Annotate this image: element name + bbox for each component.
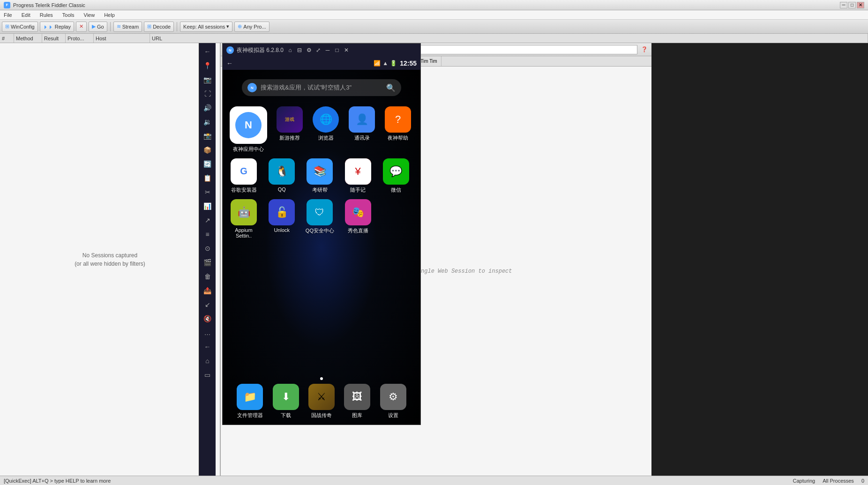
signal-icon: ▲ [382,60,388,67]
nox-title-bar: N 夜神模拟器 6.2.8.0 ⌂ ⊟ ⚙ ⤢ ─ □ ✕ [223,44,420,57]
app-qq[interactable]: 🐧 QQ [265,158,298,194]
nox-tool-vol-up[interactable]: 🔊 [201,101,215,114]
minimize-button[interactable]: ─ [840,2,847,8]
app-xiuse[interactable]: 🎭 秀色直播 [342,199,374,239]
app-google[interactable]: G 谷歌安装器 [227,158,260,194]
nox-search-icon[interactable]: 🔍 [386,83,396,92]
nox-tool-video[interactable]: 🎬 [201,256,215,269]
app-notes[interactable]: ¥ 随手记 [342,158,374,194]
nox-tool-package[interactable]: 📦 [201,143,215,157]
nox-close-button[interactable]: ✕ [343,47,350,53]
nox-tool-location[interactable]: 📍 [201,59,215,72]
any-process-button[interactable]: ⊕ Any Pro... [234,22,269,32]
menu-tools[interactable]: Tools [60,12,76,18]
dock-gallery[interactable]: 🖼 图库 [341,384,374,419]
app-qqsafe[interactable]: 🛡 QQ安全中心 [303,199,336,239]
separator-2 [177,22,177,31]
close-button[interactable]: ✕ [857,2,864,8]
dock-settings[interactable]: ⚙ 设置 [377,384,410,419]
nox-logo-icon: N [226,46,234,54]
nox-min-button[interactable]: ─ [324,47,331,53]
dock-download[interactable]: ⬇ 下载 [269,384,302,419]
app-grid-area: N 夜神应用中心 游戏 新游推荐 [227,106,416,244]
col-host[interactable]: Host [94,34,150,43]
nox-settings-button[interactable]: ⚙ [305,47,313,53]
menu-edit[interactable]: Edit [20,12,32,18]
app-noxhelp[interactable]: ? 夜神帮助 [382,106,414,142]
app-contacts[interactable]: 👤 通讯录 [345,106,378,142]
nox-tool-loading[interactable]: ⊙ [201,242,215,255]
nox-resize-button[interactable]: ⤢ [314,47,322,53]
appium-icon: 🤖 [231,199,257,225]
remove-button[interactable]: ✕ [76,22,87,32]
nox-tool-clipboard[interactable]: 📋 [201,172,215,185]
app-appium[interactable]: 🤖 Appium Settin.. [227,199,260,239]
quickexec-hint: [QuickExec] ALT+Q > type HELP to learn m… [4,478,111,484]
go-button[interactable]: ▶ Go [89,22,107,32]
nox-tool-recents[interactable]: ▭ [201,368,215,381]
app-row-0-right: 游戏 新游推荐 🌐 浏览器 [273,106,416,142]
app-newgame[interactable]: 游戏 新游推荐 [273,106,306,142]
app-browser[interactable]: 🌐 浏览器 [309,106,342,142]
stream-button[interactable]: ≋ Stream [113,22,142,32]
study-icon: 📚 [307,158,333,185]
nox-tool-menu[interactable]: ≡ [201,228,215,241]
maximize-button[interactable]: □ [848,2,856,8]
noxhelp-icon: ? [385,106,411,133]
nox-tool-vol-down[interactable]: 🔉 [201,115,215,128]
menu-view[interactable]: View [82,12,97,18]
nox-tool-screenshot[interactable]: 📷 [201,73,215,86]
nox-search-placeholder: 搜索游戏&应用，试试"时空猎人3" [261,83,382,92]
newgame-icon: 游戏 [277,106,303,133]
col-url[interactable]: URL [150,34,868,43]
col-result[interactable]: Result [42,34,66,43]
nox-tool-chart[interactable]: 📊 [201,200,215,213]
nox-tool-undo[interactable]: ← [201,340,215,353]
keep-sessions-button[interactable]: Keep: All sessions ▾ [180,22,232,32]
fiddler-icon: F [4,2,10,8]
nox-tool-delete[interactable]: 🗑 [201,270,215,283]
app-study[interactable]: 📚 考研帮 [303,158,336,194]
nox-tool-back2[interactable]: ↙ [201,298,215,311]
browser-icon: 🌐 [313,106,339,133]
nox-status-icons: 📶 ▲ 🔋 [374,60,397,67]
dock-files[interactable]: 📁 文件管理器 [233,384,266,419]
nox-tool-upload[interactable]: 📤 [201,284,215,297]
menu-rules[interactable]: Rules [38,12,55,18]
nox-tool-fullscreen[interactable]: ⛶ [201,87,215,100]
menu-help[interactable]: Help [102,12,117,18]
nox-tool-cut[interactable]: ✂ [201,186,215,199]
session-count: 0 [861,478,864,484]
nox-tool-mute[interactable]: 🔇 [201,312,215,325]
winconfig-button[interactable]: ⊞ WinConfig [2,22,38,32]
menu-file[interactable]: File [2,12,14,18]
wifi-icon: 📶 [374,60,381,67]
nox-tool-refresh[interactable]: 🔄 [201,157,215,171]
nox-screen[interactable]: N 搜索游戏&应用，试试"时空猎人3" 🔍 N [223,70,420,425]
app-nox-store[interactable]: N 夜神应用中心 [227,106,269,153]
nox-emulator-container: N 夜神模拟器 6.2.8.0 ⌂ ⊟ ⚙ ⤢ ─ □ ✕ ← [0,43,216,476]
col-method[interactable]: Method [14,34,42,43]
nox-tool-back[interactable]: ← [201,45,215,58]
col-hash[interactable]: # [0,34,14,43]
dock-game[interactable]: ⚔ 国战传奇 [305,384,338,419]
nox-home-button[interactable]: ⌂ [286,47,294,53]
app-unlock[interactable]: 🔓 Unlock [265,199,298,239]
app-row-2: 🤖 Appium Settin.. 🔓 Unlock [227,199,416,239]
decode-button[interactable]: ⊞ Decode [144,22,174,32]
nox-tool-more[interactable]: … [201,326,215,339]
sessions-panel: No Sessions captured (or all were hidden… [0,43,220,476]
nox-max-button[interactable]: □ [333,47,341,53]
nox-minimize-button[interactable]: ⊟ [296,47,303,53]
nox-tool-home[interactable]: ⌂ [201,354,215,367]
nox-tool-camera[interactable]: 📸 [201,129,215,142]
menu-bar: File Edit Rules Tools View Help [0,10,868,20]
nox-search-bar[interactable]: N 搜索游戏&应用，试试"时空猎人3" 🔍 [242,79,401,96]
nox-back-button[interactable]: ← [226,60,233,67]
any-process-icon: ⊕ [238,23,242,30]
app-wechat[interactable]: 💬 微信 [380,158,412,194]
nox-tool-arrow[interactable]: ↗ [201,214,215,227]
replay-button[interactable]: ⏵⏵ Replay [40,22,74,32]
window-controls[interactable]: ─ □ ✕ [840,2,864,8]
col-proto[interactable]: Proto... [66,34,94,43]
